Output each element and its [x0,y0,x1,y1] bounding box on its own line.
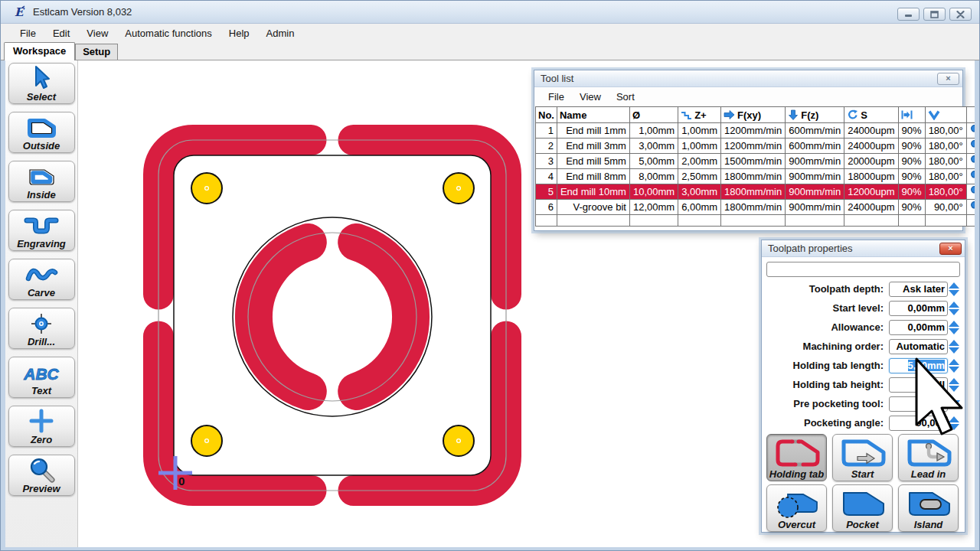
cell-no[interactable]: 2 [536,139,557,154]
cell-feed-xy[interactable]: 1800mm/min [721,169,786,184]
cell-diameter[interactable] [629,215,678,227]
menu-file[interactable]: File [11,25,44,41]
cell-angle[interactable]: 180,00° [925,154,966,169]
holding-tab-button[interactable]: Holding tab [766,434,827,481]
col-feed-z[interactable]: F(z) [786,107,844,123]
pocketing-angle-field[interactable]: 90,00° [889,416,948,431]
minimize-button[interactable] [897,8,920,21]
cell-diameter[interactable]: 3,00mm [629,139,678,154]
lead-in-button[interactable]: Lead in [898,434,959,481]
cell-engagement[interactable]: 90% [898,123,925,139]
cell-speed[interactable]: 12000upm [844,184,898,200]
cell-feed-z[interactable]: 900mm/min [786,200,844,215]
tool-list-close-button[interactable]: × [937,73,959,85]
sidebar-item-text[interactable]: ABC Text [8,357,75,398]
cell-z-step[interactable] [678,215,721,227]
holding-tab-length-field[interactable]: 5,00mm [889,358,948,373]
sidebar-item-outside[interactable]: Outside [8,112,75,153]
inspect-tool-button[interactable] [966,169,975,184]
toolpath-properties-title-bar[interactable]: Toolpath properties × [762,240,965,257]
tool-row[interactable]: 5 End mill 10mm 10,00mm 3,00mm 1800mm/mi… [536,184,975,200]
cell-z-step[interactable]: 1,00mm [678,139,721,154]
sidebar-item-select[interactable]: Select [8,63,75,104]
holding-tab-length-spinner[interactable] [948,358,960,373]
cell-speed[interactable]: 24000upm [844,139,898,154]
cell-feed-xy[interactable]: 1200mm/min [721,139,786,154]
cell-diameter[interactable]: 5,00mm [629,154,678,169]
pocketing-angle-spinner[interactable] [948,416,960,431]
cell-speed[interactable] [844,215,898,227]
cell-speed[interactable]: 24000upm [844,200,898,215]
close-button[interactable] [949,8,972,21]
menu-help[interactable]: Help [220,25,258,41]
cell-engagement[interactable]: 90% [898,169,925,184]
cell-diameter[interactable]: 8,00mm [629,169,678,184]
cell-feed-xy[interactable] [721,215,786,227]
sidebar-item-drill[interactable]: Drill... [8,308,75,349]
cell-feed-xy[interactable]: 1800mm/min [721,184,786,200]
cell-speed[interactable]: 18000upm [844,169,898,184]
cell-diameter[interactable]: 12,00mm [629,200,678,215]
cell-angle[interactable]: 180,00° [925,139,966,154]
cell-feed-z[interactable]: 600mm/min [786,123,844,139]
sidebar-item-inside[interactable]: Inside [8,161,75,202]
tool-list-menu-sort[interactable]: Sort [609,89,642,105]
cell-engagement[interactable]: 90% [898,184,925,200]
pre-pocketing-tool-dropdown[interactable] [948,396,960,412]
pocket-button[interactable]: Pocket [832,484,893,532]
cell-no[interactable]: 5 [536,184,557,200]
tool-list-menu-view[interactable]: View [572,89,609,105]
cell-angle[interactable] [925,215,966,227]
cell-name[interactable]: End mill 5mm [557,154,629,169]
tool-row[interactable]: 2 End mill 3mm 3,00mm 1,00mm 1200mm/min … [536,139,975,154]
cell-z-step[interactable]: 3,00mm [678,184,721,200]
island-button[interactable]: Island [898,484,959,532]
cell-engagement[interactable] [898,215,925,227]
pre-pocketing-tool-field[interactable] [889,396,948,412]
cell-z-step[interactable]: 2,00mm [678,154,721,169]
machining-order-spinner[interactable] [948,339,960,354]
cell-no[interactable]: 4 [536,169,557,184]
cell-feed-xy[interactable]: 1500mm/min [721,154,786,169]
cell-feed-z[interactable]: 900mm/min [786,154,844,169]
cell-angle[interactable]: 90,00° [925,200,966,215]
start-level-field[interactable]: 0,00mm [889,301,948,316]
sidebar-item-engraving[interactable]: Engraving [8,210,75,251]
tool-row[interactable]: 4 End mill 8mm 8,00mm 2,50mm 1800mm/min … [536,169,975,184]
holding-tab-height-spinner[interactable] [948,377,960,393]
cell-no[interactable]: 1 [536,123,557,139]
tab-setup[interactable]: Setup [75,44,118,60]
menu-admin[interactable]: Admin [258,25,303,41]
toolpath-depth-field[interactable]: Ask later [889,282,948,297]
cell-engagement[interactable]: 90% [898,154,925,169]
col-spindle-speed[interactable]: S [844,107,898,123]
cell-speed[interactable]: 24000upm [844,123,898,139]
cell-diameter[interactable]: 1,00mm [629,123,678,139]
col-diameter[interactable]: Ø [629,107,678,123]
plate-outline[interactable] [174,155,491,475]
cell-angle[interactable]: 180,00° [925,169,966,184]
cell-angle[interactable]: 180,00° [925,123,966,139]
inspect-tool-button[interactable] [966,154,975,169]
inspect-tool-button[interactable] [966,184,975,200]
cell-name[interactable]: V-groove bit [557,200,629,215]
inspect-tool-button[interactable] [966,139,975,154]
cell-no[interactable] [536,215,557,227]
menu-view[interactable]: View [78,25,116,41]
menu-automatic-functions[interactable]: Automatic functions [116,25,220,41]
cell-no[interactable]: 3 [536,154,557,169]
col-z-step[interactable]: Z+ [678,107,721,123]
inspect-tool-button[interactable] [966,123,975,139]
cell-engagement[interactable]: 90% [898,200,925,215]
col-name[interactable]: Name [557,107,629,123]
start-level-spinner[interactable] [948,301,960,316]
col-inspect[interactable] [966,107,975,123]
tool-list-title-bar[interactable]: Tool list × [534,70,962,87]
cell-z-step[interactable]: 2,50mm [678,169,721,184]
cell-name[interactable]: End mill 3mm [557,139,629,154]
tool-row[interactable]: 3 End mill 5mm 5,00mm 2,00mm 1500mm/min … [536,154,975,169]
sidebar-item-preview[interactable]: Preview [8,455,75,496]
inspect-tool-button[interactable] [966,200,975,215]
tab-workspace[interactable]: Workspace [4,42,75,60]
tool-row[interactable]: 1 End mill 1mm 1,00mm 1,00mm 1200mm/min … [536,123,975,139]
